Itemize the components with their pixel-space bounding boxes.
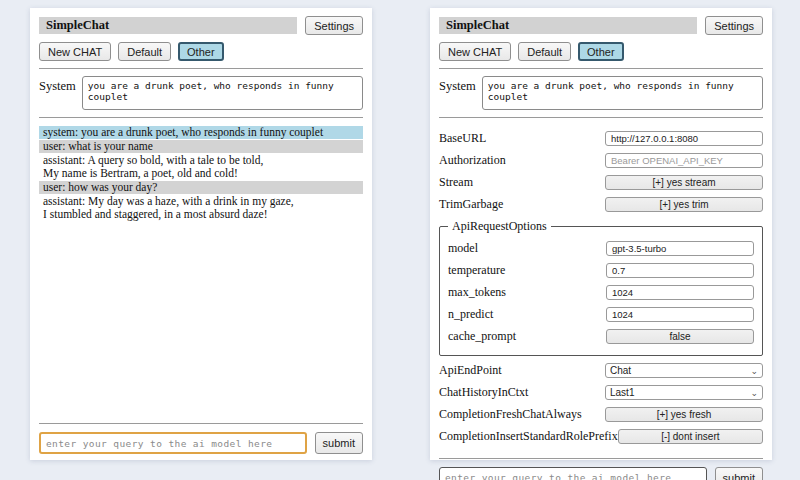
- query-row: submit: [439, 467, 763, 480]
- trimgarbage-toggle-button[interactable]: [+] yes trim: [605, 197, 763, 212]
- chat-history-select[interactable]: Last1 ⌄: [605, 385, 763, 400]
- api-request-options-group: ApiRequestOptions model temperature max_…: [439, 219, 763, 356]
- n-predict-input[interactable]: [606, 307, 754, 322]
- session-tab-default[interactable]: Default: [518, 42, 571, 61]
- max-tokens-input[interactable]: [606, 285, 754, 300]
- role-prefix-label: CompletionInsertStandardRolePrefix: [439, 429, 618, 444]
- settings-button[interactable]: Settings: [705, 16, 763, 35]
- chat-message-user: user: how was your day?: [39, 181, 363, 194]
- setting-row-fresh-chat: CompletionFreshChatAlways [+] yes fresh: [439, 407, 763, 422]
- session-tab-other[interactable]: Other: [578, 42, 624, 61]
- new-chat-button[interactable]: New CHAT: [439, 42, 511, 61]
- settings-button[interactable]: Settings: [305, 16, 363, 35]
- app-title: SimpleChat: [39, 17, 297, 34]
- chat-message-list: system: you are a drunk poet, who respon…: [39, 126, 363, 222]
- divider: [39, 68, 363, 69]
- setting-row-max-tokens: max_tokens: [448, 285, 754, 300]
- system-prompt-input[interactable]: [82, 76, 363, 110]
- new-chat-button[interactable]: New CHAT: [39, 42, 111, 61]
- header-row: SimpleChat Settings: [439, 16, 763, 35]
- chat-message-user: user: what is your name: [39, 140, 363, 153]
- chat-message-system: system: you are a drunk poet, who respon…: [39, 126, 363, 139]
- query-input[interactable]: [39, 432, 307, 454]
- setting-row-role-prefix: CompletionInsertStandardRolePrefix [-] d…: [439, 429, 763, 444]
- divider: [39, 117, 363, 118]
- chat-history-label: ChatHistoryInCtxt: [439, 385, 605, 400]
- model-label: model: [448, 241, 606, 256]
- chat-history-selected-value: Last1: [610, 387, 634, 398]
- header-row: SimpleChat Settings: [39, 16, 363, 35]
- max-tokens-label: max_tokens: [448, 285, 606, 300]
- system-prompt-input[interactable]: [482, 76, 763, 110]
- settings-panel: SimpleChat Settings New CHAT Default Oth…: [430, 8, 772, 460]
- temperature-input[interactable]: [606, 263, 754, 278]
- baseurl-label: BaseURL: [439, 131, 605, 146]
- api-endpoint-selected-value: Chat: [610, 365, 631, 376]
- authorization-label: Authorization: [439, 153, 605, 168]
- role-prefix-toggle-button[interactable]: [-] dont insert: [618, 429, 763, 444]
- api-endpoint-label: ApiEndPoint: [439, 363, 605, 378]
- query-input[interactable]: [439, 467, 707, 480]
- submit-button[interactable]: submit: [715, 467, 763, 480]
- stream-label: Stream: [439, 175, 605, 190]
- toolbar: New CHAT Default Other: [39, 42, 363, 61]
- fresh-chat-toggle-button[interactable]: [+] yes fresh: [605, 407, 763, 422]
- spacer: [39, 222, 363, 416]
- system-prompt-row: System: [439, 76, 763, 110]
- authorization-input[interactable]: [605, 153, 763, 168]
- divider: [39, 423, 363, 424]
- app-title: SimpleChat: [439, 17, 697, 34]
- baseurl-input[interactable]: [605, 131, 763, 146]
- api-endpoint-select[interactable]: Chat ⌄: [605, 363, 763, 378]
- setting-row-cache-prompt: cache_prompt false: [448, 329, 754, 344]
- cache-prompt-toggle-button[interactable]: false: [606, 329, 754, 344]
- fresh-chat-label: CompletionFreshChatAlways: [439, 407, 605, 422]
- system-prompt-row: System: [39, 76, 363, 110]
- n-predict-label: n_predict: [448, 307, 606, 322]
- setting-row-trimgarbage: TrimGarbage [+] yes trim: [439, 197, 763, 212]
- chat-panel: SimpleChat Settings New CHAT Default Oth…: [30, 8, 372, 460]
- cache-prompt-label: cache_prompt: [448, 329, 606, 344]
- stream-toggle-button[interactable]: [+] yes stream: [605, 175, 763, 190]
- setting-row-chat-history: ChatHistoryInCtxt Last1 ⌄: [439, 385, 763, 400]
- temperature-label: temperature: [448, 263, 606, 278]
- divider: [439, 458, 763, 459]
- setting-row-api-endpoint: ApiEndPoint Chat ⌄: [439, 363, 763, 378]
- settings-list: BaseURL Authorization Stream [+] yes str…: [439, 124, 763, 451]
- chevron-down-icon: ⌄: [750, 389, 758, 397]
- session-tab-other[interactable]: Other: [178, 42, 224, 61]
- session-tab-default[interactable]: Default: [118, 42, 171, 61]
- system-prompt-label: System: [439, 76, 476, 94]
- api-request-options-legend: ApiRequestOptions: [448, 219, 551, 234]
- setting-row-model: model: [448, 241, 754, 256]
- divider: [439, 68, 763, 69]
- setting-row-baseurl: BaseURL: [439, 131, 763, 146]
- query-row: submit: [39, 432, 363, 454]
- system-prompt-label: System: [39, 76, 76, 94]
- chat-message-assistant: assistant: My day was a haze, with a dri…: [39, 195, 363, 221]
- divider: [439, 117, 763, 118]
- chat-message-assistant: assistant: A query so bold, with a tale …: [39, 154, 363, 180]
- chevron-down-icon: ⌄: [750, 367, 758, 375]
- trimgarbage-label: TrimGarbage: [439, 197, 605, 212]
- toolbar: New CHAT Default Other: [439, 42, 763, 61]
- model-input[interactable]: [606, 241, 754, 256]
- setting-row-temperature: temperature: [448, 263, 754, 278]
- submit-button[interactable]: submit: [315, 432, 363, 454]
- setting-row-n-predict: n_predict: [448, 307, 754, 322]
- setting-row-stream: Stream [+] yes stream: [439, 175, 763, 190]
- setting-row-authorization: Authorization: [439, 153, 763, 168]
